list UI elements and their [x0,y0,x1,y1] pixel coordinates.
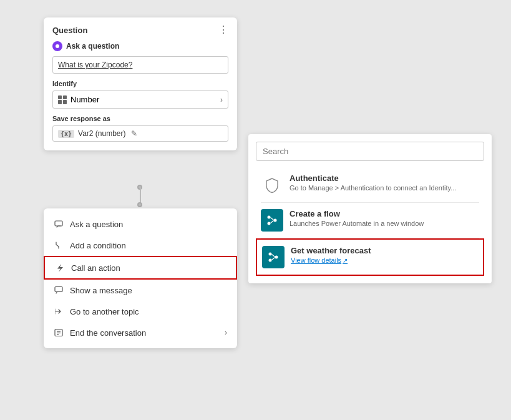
search-input[interactable] [256,142,484,161]
var-badge: {x} [58,130,74,138]
authenticate-title: Authenticate [290,173,479,183]
canvas: Question ⋮ Ask a question What is your Z… [0,0,511,420]
chevron-right-icon: › [220,95,223,104]
menu-label-message: Show a message [70,286,132,295]
menu-item-call-action[interactable]: Call an action [44,256,237,280]
var-row[interactable]: {x} Var2 (number) ✎ [52,125,228,142]
shield-icon [261,173,283,196]
svg-point-12 [275,256,278,259]
svg-point-11 [269,253,272,256]
save-response-label: Save response as [52,115,228,122]
view-flow-link-text: View flow details [291,256,341,264]
create-flow-text: Create a flow Launches Power Automate in… [290,209,479,227]
menu-label-end: End the conversation [70,328,146,338]
identify-label: Identify [52,80,228,87]
branch-icon [54,240,64,250]
weather-title: Get weather forecast [291,246,478,255]
identify-row[interactable]: Number › [52,90,228,109]
message-icon [54,219,64,229]
question-mark: ? [129,61,133,69]
svg-rect-1 [55,287,62,292]
svg-line-15 [272,258,275,260]
chat-icon [54,285,64,295]
ask-icon [52,41,62,51]
menu-item-ask-question[interactable]: Ask a question [44,213,237,235]
menu-label-action: Call an action [71,263,120,273]
question-input-display[interactable]: What is your Zipcode? [52,56,228,74]
svg-rect-0 [55,221,62,226]
view-flow-link[interactable]: View flow details ↗ [291,256,478,264]
question-text: What is your [58,61,102,69]
more-options-button[interactable]: ⋮ [218,25,228,35]
zipcode-text: Zipcode [102,61,129,69]
panel-item-create-flow[interactable]: Create a flow Launches Power Automate in… [256,203,484,238]
lightning-icon [55,263,65,273]
svg-point-13 [269,259,272,262]
ask-question-row: Ask a question [52,41,228,51]
svg-line-10 [271,221,274,223]
edit-icon[interactable]: ✎ [131,129,137,138]
menu-label-ask: Ask a question [70,220,123,229]
end-chevron-icon: › [225,328,227,337]
question-card: Question ⋮ Ask a question What is your Z… [44,17,237,150]
card-title: Question [52,26,87,35]
identify-left: Number [58,95,99,104]
number-icon [58,95,67,104]
redirect-icon [54,306,64,316]
menu-label-goto: Go to another topic [70,307,139,316]
menu-item-show-message[interactable]: Show a message [44,280,237,301]
authenticate-text: Authenticate Go to Manage > Authenticati… [290,173,479,192]
external-link-icon: ↗ [343,257,348,264]
ask-question-label: Ask a question [66,42,119,51]
svg-point-7 [274,219,277,222]
panel-item-weather[interactable]: Get weather forecast View flow details ↗ [256,238,484,276]
menu-item-add-condition[interactable]: Add a condition [44,235,237,256]
authenticate-desc: Go to Manage > Authentication to connect… [290,184,479,192]
svg-point-8 [268,222,271,225]
card-header: Question ⋮ [52,25,228,35]
svg-point-6 [268,216,271,219]
create-flow-desc: Launches Power Automate in a new window [290,220,479,227]
connector-dot-bottom [137,202,142,207]
svg-line-14 [272,255,275,257]
weather-text: Get weather forecast View flow details ↗ [291,246,478,264]
menu-item-end-conversation[interactable]: End the conversation › [44,322,237,343]
right-panel: Authenticate Go to Manage > Authenticati… [248,134,492,283]
var-name: Var2 (number) [78,129,125,138]
weather-flow-icon [262,246,285,268]
end-icon [54,328,64,338]
menu-item-goto-topic[interactable]: Go to another topic [44,301,237,322]
svg-line-9 [271,218,274,220]
menu-label-condition: Add a condition [70,241,126,250]
identify-value: Number [71,95,99,104]
action-menu-card: Ask a question Add a condition Call an a… [44,208,237,348]
panel-item-authenticate[interactable]: Authenticate Go to Manage > Authenticati… [256,167,484,202]
flow-create-icon [261,209,283,232]
create-flow-title: Create a flow [290,209,479,218]
